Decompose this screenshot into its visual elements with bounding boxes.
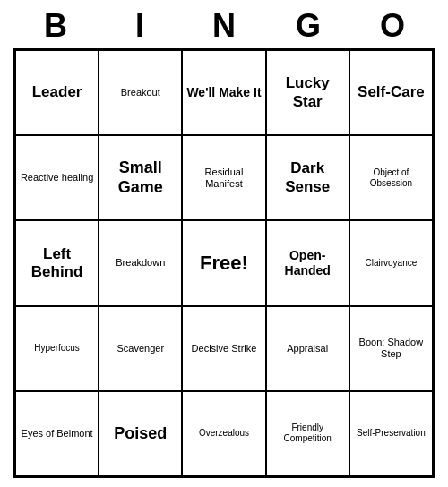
cell-label: Appraisal [287,343,328,355]
bingo-cell-4[interactable]: Self-Care [349,50,433,135]
bingo-cell-11[interactable]: Breakdown [99,220,182,305]
cell-label: We'll Make It [186,85,261,100]
bingo-cell-1[interactable]: Breakout [99,50,182,135]
cell-label: Leader [32,83,82,101]
cell-label: Hyperfocus [34,343,80,354]
cell-label: Free! [200,252,248,275]
bingo-letter-I: I [100,7,179,45]
cell-label: Breakout [121,87,160,98]
bingo-cell-21[interactable]: Poised [99,391,182,476]
cell-label: Self-Care [358,83,425,101]
bingo-cell-8[interactable]: Dark Sense [266,135,349,220]
bingo-grid: LeaderBreakoutWe'll Make ItLucky StarSel… [13,48,435,478]
bingo-title-row: BINGO [13,7,435,45]
bingo-cell-18[interactable]: Appraisal [266,306,349,391]
bingo-cell-12[interactable]: Free! [182,220,265,305]
bingo-cell-10[interactable]: Left Behind [15,220,99,305]
bingo-cell-2[interactable]: We'll Make It [182,50,265,135]
bingo-cell-23[interactable]: Friendly Competition [266,391,349,476]
bingo-cell-13[interactable]: Open-Handed [266,220,349,305]
cell-label: Boon: Shadow Step [354,337,428,360]
cell-label: Eyes of Belmont [22,428,93,440]
cell-label: Left Behind [20,245,94,282]
bingo-cell-14[interactable]: Clairvoyance [349,220,433,305]
cell-label: Overzealous [199,428,249,439]
bingo-cell-9[interactable]: Object of Obsession [349,135,433,220]
cell-label: Residual Manifest [186,167,261,190]
cell-label: Clairvoyance [365,258,417,269]
cell-label: Dark Sense [271,159,345,196]
cell-label: Self-Preservation [357,428,426,439]
cell-label: Poised [114,424,167,444]
bingo-cell-0[interactable]: Leader [15,50,99,135]
bingo-cell-15[interactable]: Hyperfocus [15,306,99,391]
bingo-cell-22[interactable]: Overzealous [182,391,265,476]
cell-label: Scavenger [116,343,164,355]
bingo-letter-O: O [353,7,432,45]
bingo-cell-5[interactable]: Reactive healing [15,135,99,220]
bingo-cell-3[interactable]: Lucky Star [266,50,349,135]
cell-label: Small Game [103,158,177,197]
cell-label: Open-Handed [271,248,345,278]
bingo-cell-7[interactable]: Residual Manifest [182,135,265,220]
bingo-letter-N: N [185,7,263,45]
cell-label: Reactive healing [21,172,93,184]
bingo-letter-G: G [269,7,348,45]
cell-label: Object of Obsession [354,167,428,189]
cell-label: Breakdown [116,257,165,269]
bingo-cell-17[interactable]: Decisive Strike [182,306,265,391]
bingo-cell-19[interactable]: Boon: Shadow Step [349,306,433,391]
bingo-cell-24[interactable]: Self-Preservation [349,391,433,476]
bingo-cell-6[interactable]: Small Game [99,135,182,220]
cell-label: Friendly Competition [271,423,345,444]
cell-label: Decisive Strike [192,343,257,355]
cell-label: Lucky Star [271,74,345,111]
bingo-cell-16[interactable]: Scavenger [99,306,182,391]
bingo-letter-B: B [16,7,95,45]
bingo-cell-20[interactable]: Eyes of Belmont [15,391,99,476]
